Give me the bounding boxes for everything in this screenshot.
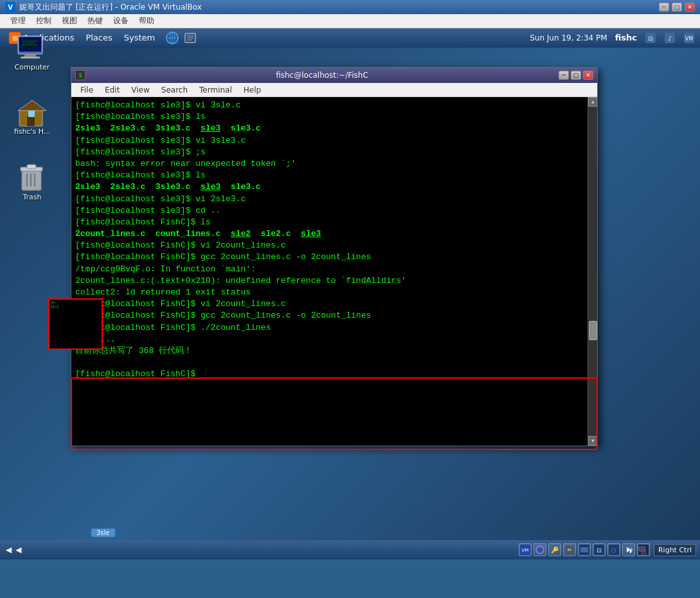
tray-icon-7[interactable]: ⬡ [607, 543, 620, 556]
taskbar-datetime-area: Sun Jun 19, 2:34 PM fishc ⊡ ♪ VM [530, 32, 695, 44]
terminal-scrollbar[interactable]: ▲ ▼ [588, 97, 597, 446]
globe-icon[interactable] [165, 31, 179, 45]
mini-terminal[interactable]: in S1|3 [48, 298, 103, 350]
window-title: 妮哥又出问题了 [正在运行] - Oracle VM VirtualBox [19, 2, 202, 13]
svg-rect-22 [21, 39, 40, 50]
tray-icon-1[interactable]: VM [519, 543, 532, 556]
vm-menu-hotkey[interactable]: 热键 [82, 14, 108, 28]
vm-menu-control[interactable]: 控制 [31, 14, 57, 28]
scroll-right-button[interactable]: ◀ [13, 545, 23, 554]
svg-text:🔑: 🔑 [551, 546, 559, 554]
svg-text:V: V [8, 4, 13, 11]
svg-rect-52 [630, 550, 631, 553]
term-line-12: [fishc@localhost FishC]$ vi 2count_lines… [75, 240, 593, 251]
minimize-button[interactable]: ─ [659, 3, 669, 12]
svg-rect-21 [21, 57, 40, 59]
home-icon-label: fishc's H... [14, 127, 51, 136]
network-tray-icon[interactable]: ⊡ [645, 32, 656, 44]
svg-text:VM: VM [522, 548, 529, 553]
svg-text:⬡: ⬡ [611, 547, 616, 554]
svg-text:$: $ [78, 73, 82, 78]
titlebar-controls: ─ □ ✕ [659, 3, 695, 12]
close-button[interactable]: ✕ [685, 3, 695, 12]
vm-menu-help[interactable]: 帮助 [134, 14, 159, 28]
sle3-tab[interactable]: 3sle [91, 529, 115, 537]
tray-icon-4[interactable]: ✏ [563, 543, 576, 556]
vm-menubar: 管理 控制 视图 热键 设备 帮助 [0, 14, 700, 28]
term-line-16: collect2: ld returned 1 exit status [75, 287, 593, 298]
trash-icon-label: Trash [22, 193, 41, 201]
taskbar-system[interactable]: System [120, 32, 159, 44]
term-line-9: [fishc@localhost sle3]$ cd .. [75, 205, 593, 217]
terminal-menu-file[interactable]: File [75, 84, 98, 96]
terminal-close-button[interactable]: ✕ [583, 71, 593, 80]
guest-taskbar-top: ⊞ Applications Places System [0, 28, 700, 48]
terminal-content[interactable]: [fishc@localhost sle3]$ vi 3sle.c [fishc… [71, 97, 597, 446]
sle3-tab-label: 3sle [96, 529, 110, 536]
svg-rect-55 [642, 551, 645, 554]
scrollbar-down-button[interactable]: ▼ [588, 436, 597, 446]
desktop-icon-computer[interactable]: Computer [10, 35, 55, 71]
tray-icon-9[interactable] [637, 543, 650, 556]
terminal-menu-terminal[interactable]: Terminal [194, 84, 237, 96]
tray-icon-3[interactable]: 🔑 [548, 543, 561, 556]
term-line-2: 2sle3 2sle3.c 3sle3.c sle3 sle3.c [75, 123, 593, 134]
tray-icon-5[interactable] [578, 543, 591, 556]
terminal-menu-edit[interactable]: Edit [100, 84, 125, 96]
terminal-minimize-button[interactable]: ─ [559, 71, 569, 80]
sound-tray-icon[interactable]: ♪ [664, 32, 676, 44]
svg-rect-30 [22, 168, 41, 190]
mini-line-2: S1|3 [51, 305, 100, 310]
titlebar-left: V 妮哥又出问题了 [正在运行] - Oracle VM VirtualBox [5, 2, 202, 13]
tray-icon-6[interactable]: ⊡ [593, 543, 606, 556]
svg-rect-28 [27, 116, 35, 126]
vm-menu-devices[interactable]: 设备 [108, 14, 134, 28]
term-line-15: 2count_lines.c:(.text+0x210): undefined … [75, 275, 593, 287]
term-line-20: 计算中... [75, 334, 593, 345]
terminal-menu-search[interactable]: Search [156, 84, 193, 96]
desktop-icon-home[interactable]: fishc's H... [10, 99, 55, 136]
terminal-titlebar: $ fishc@localhost:~/FishC ─ □ ✕ [71, 68, 597, 83]
term-line-22 [75, 357, 593, 368]
desktop: ⊞ Applications Places System [0, 28, 700, 559]
extra-icon[interactable] [183, 31, 197, 45]
taskbar-places[interactable]: Places [82, 32, 116, 44]
term-line-1: [fishc@localhost sle3]$ ls [75, 111, 593, 123]
scrollbar-thumb[interactable] [589, 321, 597, 340]
terminal-controls: ─ □ ✕ [559, 71, 593, 80]
tray-icon-2[interactable] [534, 543, 546, 556]
svg-point-41 [538, 548, 542, 552]
svg-rect-29 [28, 111, 35, 117]
svg-rect-20 [24, 54, 36, 57]
vm-titlebar: V 妮哥又出问题了 [正在运行] - Oracle VM VirtualBox … [0, 0, 700, 14]
svg-text:⊡: ⊡ [597, 547, 602, 554]
vm-menu-view[interactable]: 视图 [57, 14, 82, 28]
svg-marker-27 [18, 100, 46, 111]
system-label: System [124, 33, 155, 42]
taskbar-tray-area: VM 🔑 ✏ ⊡ ⬡ [519, 543, 650, 556]
username-display: fishc [615, 33, 637, 42]
computer-icon-label: Computer [15, 63, 50, 71]
term-line-8: [fishc@localhost sle3]$ vi 2sle3.c [75, 194, 593, 205]
terminal-window: $ fishc@localhost:~/FishC ─ □ ✕ File Edi… [71, 67, 598, 446]
terminal-cursor: █ [201, 369, 206, 379]
terminal-text-area: [fishc@localhost sle3]$ vi 3sle.c [fishc… [75, 100, 593, 443]
svg-rect-54 [639, 547, 645, 551]
terminal-maximize-button[interactable]: □ [571, 71, 581, 80]
terminal-menu-help[interactable]: Help [238, 84, 266, 96]
term-line-5: bash: syntax error near unexpected token… [75, 158, 593, 170]
maximize-button[interactable]: □ [672, 3, 682, 12]
svg-text:♪: ♪ [668, 35, 672, 42]
tray-icon-8[interactable] [622, 543, 635, 556]
scroll-left-button[interactable]: ◀ [4, 545, 13, 554]
term-line-21: 目前你总共写了 368 行代码！ [75, 345, 593, 357]
home-icon-image [17, 99, 48, 127]
desktop-icon-trash[interactable]: Trash [10, 163, 55, 201]
term-line-3: [fishc@localhost sle3]$ vi 3sle3.c [75, 135, 593, 147]
scrollbar-track[interactable] [588, 107, 597, 436]
terminal-menu-view[interactable]: View [126, 84, 154, 96]
scrollbar-up-button[interactable]: ▲ [588, 97, 597, 107]
term-line-0: [fishc@localhost sle3]$ vi 3sle.c [75, 100, 593, 111]
vm-tray-icon[interactable]: VM [683, 32, 695, 44]
vm-menu-manage[interactable]: 管理 [5, 14, 31, 28]
